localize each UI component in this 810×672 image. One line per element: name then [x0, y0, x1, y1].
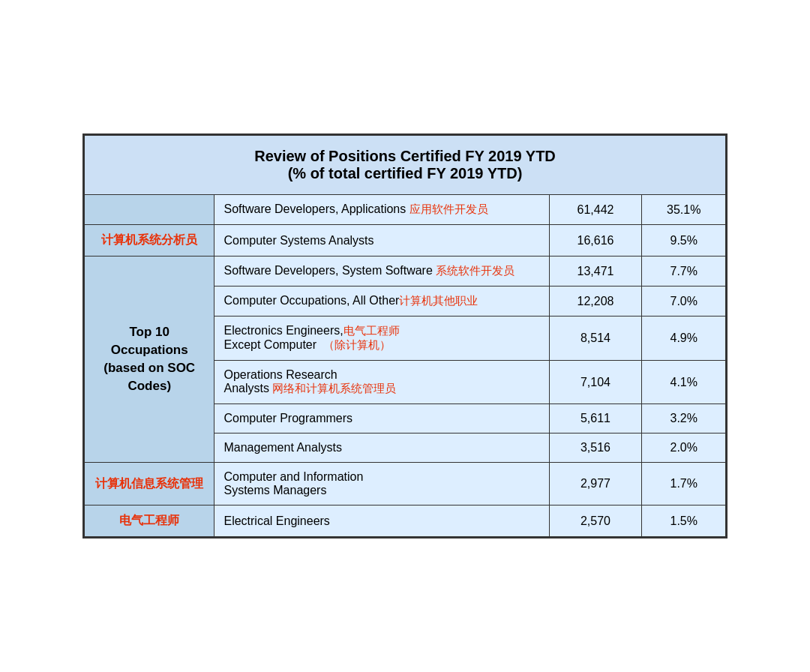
occupation-cell-1: Computer Systems Analysts — [214, 225, 549, 256]
left-label-0 — [85, 195, 214, 225]
occupation-cell-7: Management Analysts — [214, 434, 549, 463]
table-row: 计算机信息系统管理Computer and InformationSystems… — [85, 463, 726, 506]
occupation-cell-3: Computer Occupations, All Other计算机其他职业 — [214, 286, 549, 316]
occupation-cell-6: Computer Programmers — [214, 404, 549, 434]
number-cell-2: 13,471 — [549, 256, 642, 286]
occupation-cell-4: Electronics Engineers,电气工程师Except Comput… — [214, 316, 549, 361]
table-row: Software Developers, Applications 应用软件开发… — [85, 195, 726, 225]
occupation-cell-8: Computer and InformationSystems Managers — [214, 463, 549, 506]
number-cell-3: 12,208 — [549, 286, 642, 316]
percent-cell-2: 7.7% — [642, 256, 726, 286]
number-cell-8: 2,977 — [549, 463, 642, 506]
table-row: 计算机系统分析员Computer Systems Analysts16,6169… — [85, 225, 726, 256]
percent-cell-5: 4.1% — [642, 361, 726, 404]
data-table: Review of Positions Certified FY 2019 YT… — [84, 135, 726, 537]
left-label-9: 电气工程师 — [85, 506, 214, 537]
number-cell-5: 7,104 — [549, 361, 642, 404]
number-cell-7: 3,516 — [549, 434, 642, 463]
number-cell-0: 61,442 — [549, 195, 642, 225]
percent-cell-7: 2.0% — [642, 434, 726, 463]
percent-cell-8: 1.7% — [642, 463, 726, 506]
table-row: 电气工程师Electrical Engineers2,5701.5% — [85, 506, 726, 537]
number-cell-1: 16,616 — [549, 225, 642, 256]
main-table-wrapper: Review of Positions Certified FY 2019 YT… — [82, 134, 728, 538]
top10-label: Top 10Occupations(based on SOCCodes) — [85, 256, 214, 463]
percent-cell-1: 9.5% — [642, 225, 726, 256]
table-title: Review of Positions Certified FY 2019 YT… — [85, 136, 726, 195]
left-label-1: 计算机系统分析员 — [85, 225, 214, 256]
occupation-cell-2: Software Developers, System Software 系统软… — [214, 256, 549, 286]
percent-cell-3: 7.0% — [642, 286, 726, 316]
left-label-8: 计算机信息系统管理 — [85, 463, 214, 506]
percent-cell-4: 4.9% — [642, 316, 726, 361]
occupation-cell-5: Operations ResearchAnalysts 网络和计算机系统管理员 — [214, 361, 549, 404]
number-cell-4: 8,514 — [549, 316, 642, 361]
percent-cell-9: 1.5% — [642, 506, 726, 537]
occupation-cell-9: Electrical Engineers — [214, 506, 549, 537]
table-row: Top 10Occupations(based on SOCCodes)Soft… — [85, 256, 726, 286]
number-cell-9: 2,570 — [549, 506, 642, 537]
percent-cell-0: 35.1% — [642, 195, 726, 225]
percent-cell-6: 3.2% — [642, 404, 726, 434]
header-row: Review of Positions Certified FY 2019 YT… — [85, 136, 726, 195]
occupation-cell-0: Software Developers, Applications 应用软件开发… — [214, 195, 549, 225]
number-cell-6: 5,611 — [549, 404, 642, 434]
